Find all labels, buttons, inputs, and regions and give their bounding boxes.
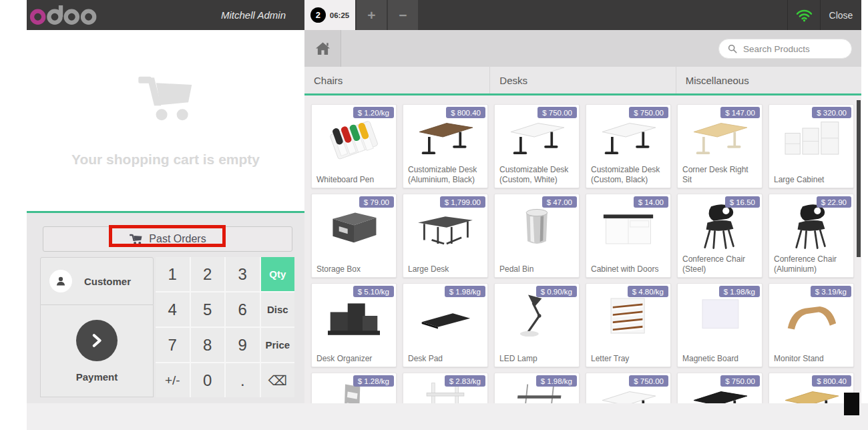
new-order-button[interactable]: + xyxy=(357,0,387,30)
product-card[interactable]: $ 147.00Corner Desk Right Sit xyxy=(677,104,763,188)
search-input[interactable]: Search Products xyxy=(718,39,852,59)
customer-button[interactable]: Customer xyxy=(40,257,154,305)
left-header: Mitchell Admin xyxy=(27,0,304,30)
product-card[interactable]: $ 750.00 xyxy=(586,373,671,403)
numpad-key-6[interactable]: 6 xyxy=(226,292,260,327)
numpad-key-Disc[interactable]: Disc xyxy=(261,292,295,327)
payment-button[interactable]: Payment xyxy=(40,305,154,397)
product-card[interactable]: $ 0.90/kgLED Lamp xyxy=(494,283,580,367)
screen-artifact xyxy=(844,393,859,415)
product-card[interactable]: $ 1.28/kg xyxy=(311,373,397,403)
numpad-key-Qty[interactable]: Qty xyxy=(261,257,295,291)
product-card[interactable]: $ 800.40Customizable Desk (Aluminium, Bl… xyxy=(403,104,488,188)
product-name: Conference Chair (Aluminium) xyxy=(774,254,851,274)
product-price-badge: $ 4.80/kg xyxy=(628,286,668,297)
breadcrumb-bar: Search Products xyxy=(304,30,861,67)
products-pane: 2 06:25 + − Close xyxy=(304,0,861,403)
numpad-key-.[interactable]: . xyxy=(226,363,260,397)
product-card[interactable]: $ 5.10/kgDesk Organizer xyxy=(311,283,397,367)
product-card[interactable]: $ 14.00Cabinet with Doors xyxy=(586,194,671,278)
category-tab-desks[interactable]: Desks xyxy=(490,67,676,93)
product-name: Large Cabinet xyxy=(774,175,851,184)
user-name: Mitchell Admin xyxy=(221,9,286,21)
product-card[interactable]: $ 320.00Large Cabinet xyxy=(769,104,854,188)
product-name: Cabinet with Doors xyxy=(591,264,668,274)
product-price-badge: $ 0.90/kg xyxy=(536,286,577,297)
product-name: LED Lamp xyxy=(499,354,576,363)
category-tab-miscellaneous[interactable]: Miscellaneous xyxy=(676,67,861,93)
product-card[interactable]: $ 1,799.00Large Desk xyxy=(403,194,488,278)
delete-order-button[interactable]: − xyxy=(388,0,418,30)
product-price-badge: $ 1.98/kg xyxy=(536,375,577,387)
home-button[interactable] xyxy=(304,30,341,67)
product-name: Customizable Desk (Aluminium, Black) xyxy=(408,165,485,184)
numpad: 123Qty456Disc789Price+/-0.⌫ xyxy=(156,257,294,397)
empty-cart-area: Your shopping cart is empty xyxy=(27,30,304,211)
product-price-badge: $ 5.10/kg xyxy=(353,286,394,297)
product-card[interactable]: $ 22.90Conference Chair (Aluminium) xyxy=(769,194,854,278)
product-card[interactable]: $ 1.98/kgDesk Pad xyxy=(403,283,488,367)
product-price-badge: $ 1.28/kg xyxy=(353,375,394,387)
numpad-key-2[interactable]: 2 xyxy=(191,257,225,291)
category-tab-chairs[interactable]: Chairs xyxy=(304,67,490,93)
product-card[interactable]: $ 1.20/kgWhiteboard Pen xyxy=(311,104,397,188)
numpad-key-7[interactable]: 7 xyxy=(156,328,190,362)
product-name: Conference Chair (Steel) xyxy=(682,254,759,274)
home-icon xyxy=(315,41,331,55)
product-name: Customizable Desk (Custom, Black) xyxy=(591,165,668,184)
shopping-cart-icon xyxy=(135,74,196,124)
scrollbar-thumb[interactable] xyxy=(857,100,861,257)
product-card[interactable]: $ 16.50Conference Chair (Steel) xyxy=(677,194,763,278)
product-name: Magnetic Board xyxy=(682,354,759,363)
order-count-badge: 2 xyxy=(310,7,326,23)
numpad-key-4[interactable]: 4 xyxy=(156,292,190,327)
product-price-badge: $ 320.00 xyxy=(812,107,851,118)
order-time: 06:25 xyxy=(330,11,349,19)
close-button[interactable]: Close xyxy=(820,0,861,30)
order-tab[interactable]: 2 06:25 xyxy=(304,0,355,30)
numpad-key-5[interactable]: 5 xyxy=(191,292,225,327)
product-card[interactable]: $ 750.00Customizable Desk (Custom, White… xyxy=(494,104,580,188)
product-price-badge: $ 16.50 xyxy=(725,196,760,208)
product-card[interactable]: $ 79.00Storage Box xyxy=(311,194,397,278)
product-card[interactable]: $ 1.98/kgMagnetic Board xyxy=(677,283,763,367)
product-price-badge: $ 79.00 xyxy=(359,196,394,208)
wifi-status[interactable] xyxy=(787,0,820,30)
product-price-badge: $ 1.20/kg xyxy=(353,107,394,118)
search-placeholder: Search Products xyxy=(743,44,810,54)
product-name: Pedal Bin xyxy=(499,264,576,274)
product-card[interactable]: $ 750.00Customizable Desk (Custom, Black… xyxy=(586,104,671,188)
product-price-badge: $ 750.00 xyxy=(720,375,760,387)
product-card[interactable]: $ 4.80/kgLetter Tray xyxy=(586,283,671,367)
product-card[interactable]: $ 800.40 xyxy=(769,373,854,403)
numpad-key-8[interactable]: 8 xyxy=(191,328,225,362)
numpad-key-Price[interactable]: Price xyxy=(261,328,295,362)
product-price-badge: $ 1.98/kg xyxy=(719,286,760,297)
odoo-logo xyxy=(29,5,99,25)
product-card[interactable]: $ 1.98/kg xyxy=(494,373,580,403)
numpad-key-⌫[interactable]: ⌫ xyxy=(261,363,295,397)
product-price-badge: $ 22.90 xyxy=(817,196,851,208)
numpad-key-0[interactable]: 0 xyxy=(191,363,225,397)
order-pane: Mitchell Admin Your shopping cart is emp… xyxy=(27,0,304,403)
product-name: Desk Organizer xyxy=(316,354,393,363)
product-card[interactable]: $ 2.83/kg xyxy=(403,373,488,403)
product-card[interactable]: $ 750.00 xyxy=(677,373,763,403)
bottom-strip xyxy=(27,403,868,430)
product-price-badge: $ 750.00 xyxy=(537,107,577,118)
product-name: Storage Box xyxy=(316,264,393,274)
product-card[interactable]: $ 3.19/kgMonitor Stand xyxy=(769,283,854,367)
numpad-key-3[interactable]: 3 xyxy=(226,257,260,291)
numpad-key-9[interactable]: 9 xyxy=(226,328,260,362)
product-price-badge: $ 750.00 xyxy=(629,375,668,387)
product-card[interactable]: $ 47.00Pedal Bin xyxy=(494,194,580,278)
product-name: Customizable Desk (Custom, White) xyxy=(499,165,576,184)
numpad-key-+/-[interactable]: +/- xyxy=(156,363,190,397)
product-name: Monitor Stand xyxy=(774,354,851,363)
product-price-badge: $ 750.00 xyxy=(629,107,668,118)
product-name: Corner Desk Right Sit xyxy=(682,165,759,184)
header-spacer xyxy=(418,0,787,30)
product-price-badge: $ 47.00 xyxy=(542,196,577,208)
customer-label: Customer xyxy=(84,276,131,287)
numpad-key-1[interactable]: 1 xyxy=(156,257,190,291)
